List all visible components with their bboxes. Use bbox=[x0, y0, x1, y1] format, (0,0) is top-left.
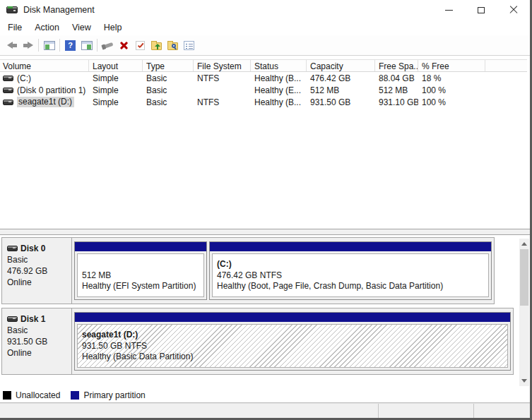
menu-action[interactable]: Action bbox=[28, 21, 66, 34]
volume-row-c[interactable]: (C:) Simple Basic NTFS Healthy (B... 476… bbox=[0, 72, 527, 84]
volume-fs: NTFS bbox=[194, 97, 251, 107]
volume-pct-free: 100 % bbox=[418, 85, 485, 95]
scrollbar-thumb[interactable] bbox=[520, 249, 528, 306]
folder-search-icon bbox=[167, 42, 178, 50]
toolbar: ? bbox=[0, 35, 530, 56]
scroll-down-button[interactable] bbox=[519, 376, 529, 386]
app-icon bbox=[6, 6, 18, 13]
disk-0-label[interactable]: Disk 0 Basic 476.92 GB Online bbox=[2, 238, 72, 304]
partition-name bbox=[82, 259, 203, 270]
column-header-pct-free[interactable]: % Free bbox=[418, 60, 485, 71]
volume-pct-free: 100 % bbox=[418, 97, 485, 107]
volume-name-selected: seagate1t (D:) bbox=[17, 97, 74, 107]
column-header-layout[interactable]: Layout bbox=[89, 60, 143, 71]
pane-splitter[interactable] bbox=[0, 229, 530, 235]
primary-partition-swatch-icon bbox=[71, 391, 79, 400]
disk-1-label[interactable]: Disk 1 Basic 931.50 GB Online bbox=[2, 308, 72, 374]
scroll-up-button[interactable] bbox=[519, 239, 529, 249]
volume-row-efi[interactable]: (Disk 0 partition 1) Simple Basic Health… bbox=[0, 84, 527, 96]
primary-partition-strip bbox=[75, 313, 510, 322]
action-pane-button[interactable] bbox=[78, 37, 95, 54]
volume-capacity: 512 MB bbox=[307, 85, 375, 95]
volume-type: Basic bbox=[143, 85, 194, 95]
forward-button[interactable] bbox=[20, 37, 36, 54]
column-header-type[interactable]: Type bbox=[143, 60, 194, 71]
status-section bbox=[378, 404, 473, 420]
column-header-status[interactable]: Status bbox=[251, 60, 307, 71]
disk-name: Disk 0 bbox=[20, 243, 45, 254]
disk-0-partitions: 512 MB Healthy (EFI System Partition) (C… bbox=[72, 238, 494, 304]
minimize-icon bbox=[445, 10, 453, 11]
column-header-free-space[interactable]: Free Spa... bbox=[375, 60, 418, 71]
column-header-file-system[interactable]: File System bbox=[194, 60, 251, 71]
legend-bar: Unallocated Primary partition bbox=[0, 388, 530, 403]
volume-free-space: 931.10 GB bbox=[375, 97, 418, 107]
folder-up-button[interactable] bbox=[148, 37, 165, 54]
remote-tool-icon bbox=[102, 42, 113, 48]
chevron-down-icon bbox=[521, 379, 527, 383]
chevron-up-icon bbox=[521, 242, 527, 246]
status-section bbox=[0, 404, 378, 420]
volume-status: Healthy (B... bbox=[251, 73, 307, 83]
vertical-scrollbar[interactable] bbox=[519, 239, 529, 386]
volume-table-header: Volume Layout Type File System Status Ca… bbox=[0, 59, 527, 72]
menu-view[interactable]: View bbox=[66, 21, 97, 34]
disk-1-row: Disk 1 Basic 931.50 GB Online seagate1t … bbox=[1, 308, 514, 375]
disk-status: Online bbox=[7, 347, 71, 359]
remote-tool-button[interactable] bbox=[100, 37, 116, 54]
toolbar-separator bbox=[38, 39, 39, 52]
folder-search-button[interactable] bbox=[165, 37, 181, 54]
partition-health: Healthy (Boot, Page File, Crash Dump, Ba… bbox=[217, 281, 488, 292]
disk-kind: Basic bbox=[7, 254, 71, 265]
volume-type: Basic bbox=[143, 97, 194, 107]
properties-list-button[interactable] bbox=[181, 37, 197, 54]
volume-capacity: 931.50 GB bbox=[307, 97, 375, 107]
mark-partition-button[interactable] bbox=[132, 37, 148, 54]
volume-row-seagate[interactable]: seagate1t (D:) Simple Basic NTFS Healthy… bbox=[0, 96, 527, 108]
partition-health: Healthy (EFI System Partition) bbox=[82, 281, 203, 292]
toolbar-separator bbox=[97, 39, 97, 52]
graphical-view-pane: Disk 0 Basic 476.92 GB Online 512 MB Hea… bbox=[0, 237, 530, 388]
close-button[interactable] bbox=[497, 0, 530, 20]
partition-size: 512 MB bbox=[82, 270, 203, 282]
delete-icon bbox=[119, 41, 129, 50]
help-button[interactable]: ? bbox=[62, 37, 78, 54]
disk-kind: Basic bbox=[7, 325, 71, 336]
column-header-volume[interactable]: Volume bbox=[0, 60, 89, 71]
help-icon: ? bbox=[65, 40, 76, 51]
console-tree-button[interactable] bbox=[41, 37, 57, 54]
scrollbar-track[interactable] bbox=[519, 249, 529, 376]
column-header-capacity[interactable]: Capacity bbox=[307, 60, 375, 71]
delete-volume-button[interactable] bbox=[116, 37, 132, 54]
back-icon bbox=[7, 42, 17, 49]
disk-management-window: Disk Management File Action View Help ? bbox=[0, 0, 532, 420]
title-bar: Disk Management bbox=[0, 0, 530, 20]
maximize-button[interactable] bbox=[465, 0, 497, 20]
menu-help[interactable]: Help bbox=[97, 21, 129, 34]
console-tree-icon bbox=[44, 41, 55, 50]
partition-size: 931.50 GB NTFS bbox=[82, 341, 507, 352]
volume-capacity: 476.42 GB bbox=[307, 73, 375, 83]
back-button[interactable] bbox=[4, 37, 20, 54]
volume-icon bbox=[3, 100, 13, 105]
volume-free-space: 88.04 GB bbox=[375, 73, 418, 83]
window-title: Disk Management bbox=[23, 5, 95, 15]
action-pane-icon bbox=[81, 41, 93, 50]
column-header-filler bbox=[485, 60, 527, 71]
menu-file[interactable]: File bbox=[1, 21, 28, 34]
volume-name: (Disk 0 partition 1) bbox=[17, 85, 85, 95]
legend-unallocated: Unallocated bbox=[3, 390, 60, 400]
partition-size: 476.42 GB NTFS bbox=[217, 270, 488, 282]
partition-name: (C:) bbox=[217, 259, 488, 270]
partition-efi[interactable]: 512 MB Healthy (EFI System Partition) bbox=[74, 241, 207, 300]
primary-partition-strip bbox=[75, 242, 206, 251]
partition-health: Healthy (Basic Data Partition) bbox=[82, 352, 507, 363]
menu-bar: File Action View Help bbox=[0, 20, 530, 35]
legend-unallocated-label: Unallocated bbox=[16, 390, 60, 400]
volume-name: (C:) bbox=[17, 73, 31, 83]
partition-c[interactable]: (C:) 476.42 GB NTFS Healthy (Boot, Page … bbox=[209, 241, 492, 300]
minimize-button[interactable] bbox=[432, 0, 465, 20]
status-section bbox=[473, 404, 530, 420]
partition-seagate-selected[interactable]: seagate1t (D:) 931.50 GB NTFS Healthy (B… bbox=[74, 312, 511, 371]
volume-icon bbox=[3, 88, 13, 93]
